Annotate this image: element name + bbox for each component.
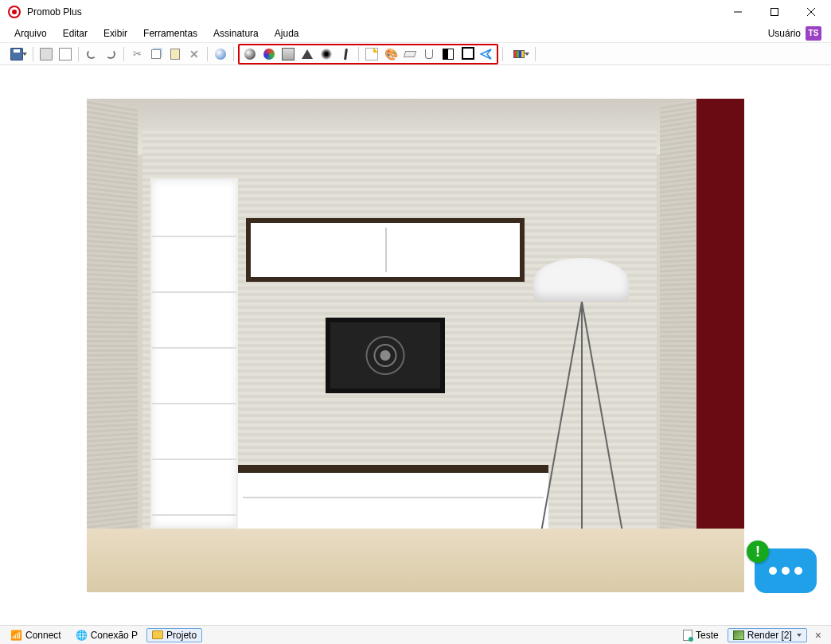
chat-widget[interactable]: ! xyxy=(755,548,817,593)
menu-ajuda[interactable]: Ajuda xyxy=(267,25,307,41)
toolbar-separator xyxy=(535,47,536,61)
undo-button[interactable] xyxy=(83,45,100,63)
status-test-button[interactable]: Teste xyxy=(677,628,724,642)
render-rgb-button[interactable] xyxy=(260,45,278,63)
glass-icon xyxy=(425,49,433,59)
color-palette-button[interactable] xyxy=(507,45,531,63)
svg-rect-1 xyxy=(771,9,778,16)
toolbar-separator xyxy=(78,47,79,61)
triangle-icon xyxy=(302,49,313,59)
toolbar-separator xyxy=(502,47,503,61)
status-project-label: Projeto xyxy=(166,630,197,641)
folder-icon xyxy=(152,630,163,639)
menu-assinatura[interactable]: Assinatura xyxy=(205,25,267,41)
new-page-button[interactable] xyxy=(363,45,380,63)
print-button[interactable] xyxy=(37,45,55,63)
toolbar-separator xyxy=(207,47,208,61)
status-test-label: Teste xyxy=(696,630,719,641)
world-button[interactable] xyxy=(212,45,229,63)
pen-icon xyxy=(344,48,348,59)
contrast-button[interactable] xyxy=(439,45,457,63)
menu-ferramentas[interactable]: Ferramentas xyxy=(135,25,205,41)
delete-button[interactable]: ✕ xyxy=(185,45,203,63)
document-icon xyxy=(59,48,72,60)
copy-icon xyxy=(151,49,161,59)
app-title: Promob Plus xyxy=(27,6,82,18)
network-icon: 🌐 xyxy=(76,630,88,641)
toolbar-separator xyxy=(233,47,234,61)
paste-button[interactable] xyxy=(166,45,184,63)
maximize-button[interactable] xyxy=(756,0,793,24)
scene-shelf xyxy=(150,178,238,529)
scene-right-wall-inner xyxy=(660,99,696,592)
eraser-button[interactable] xyxy=(401,45,419,63)
menu-editar[interactable]: Editar xyxy=(55,25,96,41)
status-render-tab[interactable]: Render [2] xyxy=(728,628,807,642)
print-icon xyxy=(40,48,53,60)
render-toolbar-highlighted: 🎨 xyxy=(238,44,498,64)
statusbar: 📶 Connect 🌐 Conexão P Projeto Teste Rend… xyxy=(0,625,831,644)
copy-button[interactable] xyxy=(147,45,165,63)
delete-icon: ✕ xyxy=(189,48,199,60)
app-icon xyxy=(8,6,21,18)
scene-floor xyxy=(87,529,744,592)
close-button[interactable] xyxy=(793,0,829,24)
status-connection-label: Conexão P xyxy=(91,630,138,641)
chat-dot-icon xyxy=(782,567,790,575)
edit-light-button[interactable] xyxy=(337,45,354,63)
chevron-down-icon xyxy=(797,634,802,637)
status-connection-button[interactable]: 🌐 Conexão P xyxy=(70,628,143,642)
canvas-area: ! xyxy=(0,65,831,625)
chat-dot-icon xyxy=(794,567,802,575)
material-glass-button[interactable] xyxy=(420,45,438,63)
redo-icon xyxy=(106,49,115,59)
save-image-button[interactable] xyxy=(279,45,297,63)
rgb-icon xyxy=(263,49,275,60)
crop-icon xyxy=(462,49,473,60)
status-connect-button[interactable]: 📶 Connect xyxy=(5,628,67,642)
user-badge: TS xyxy=(806,26,821,41)
minimize-button[interactable] xyxy=(720,0,756,24)
redo-button[interactable] xyxy=(102,45,119,63)
scene-lamp-leg xyxy=(581,301,622,529)
cut-icon: ✂ xyxy=(133,49,142,59)
scene-tv xyxy=(326,318,445,393)
scene-lamp-shade xyxy=(533,258,629,302)
test-icon xyxy=(683,630,692,641)
cut-button[interactable]: ✂ xyxy=(128,45,146,63)
crop-button[interactable] xyxy=(458,45,476,63)
scene-lamp-leg xyxy=(581,302,583,533)
status-connect-label: Connect xyxy=(25,630,61,641)
render-sphere-button[interactable] xyxy=(241,45,259,63)
scene-left-wall xyxy=(87,99,138,592)
undo-icon xyxy=(87,49,96,59)
sphere-icon xyxy=(244,49,256,60)
status-project-tab[interactable]: Projeto xyxy=(146,628,202,642)
menu-arquivo[interactable]: Arquivo xyxy=(6,25,55,41)
palette-icon xyxy=(513,50,525,58)
status-close-button[interactable]: × xyxy=(810,629,826,642)
scene-right-wall-accent xyxy=(696,99,744,592)
render-icon xyxy=(733,630,744,640)
scene-lower-cabinet xyxy=(238,465,548,537)
blur-icon xyxy=(321,49,332,60)
paste-icon xyxy=(170,49,180,60)
titlebar: Promob Plus xyxy=(0,0,831,24)
send-button[interactable] xyxy=(478,45,495,63)
print-preview-button[interactable] xyxy=(57,45,74,63)
soft-shadow-button[interactable] xyxy=(318,45,335,63)
chat-dot-icon xyxy=(769,567,777,575)
menu-exibir[interactable]: Exibir xyxy=(96,25,135,41)
chat-alert-badge: ! xyxy=(747,541,769,563)
rss-icon: 📶 xyxy=(10,630,22,641)
save-image-icon xyxy=(282,48,295,60)
paint-button[interactable]: 🎨 xyxy=(382,45,400,63)
page-icon xyxy=(365,48,378,60)
edges-button[interactable] xyxy=(298,45,316,63)
render-viewport[interactable] xyxy=(87,99,744,592)
user-label: Usuário xyxy=(768,28,801,39)
toolbar: ✂ ✕ 🎨 xyxy=(0,43,831,65)
eraser-icon xyxy=(404,51,416,57)
save-button[interactable] xyxy=(5,45,29,63)
user-area[interactable]: Usuário TS xyxy=(768,26,825,41)
